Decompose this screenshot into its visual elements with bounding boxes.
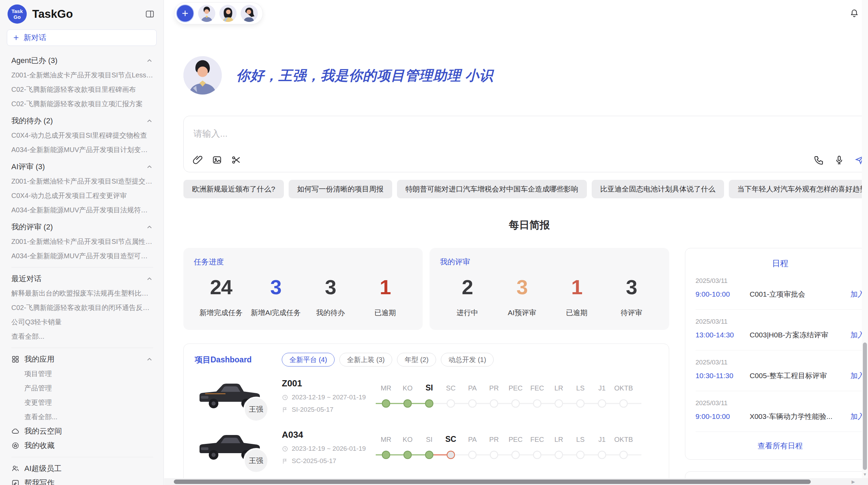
avatar[interactable] [198, 5, 215, 22]
sidebar-section-my-todo[interactable]: 我的待办 (2) [11, 114, 153, 128]
sidebar-help-write[interactable]: 帮我写作 [11, 476, 153, 485]
chevron-up-icon[interactable] [146, 275, 153, 283]
milestone-label-current: SC [445, 435, 456, 444]
add-agent-button[interactable] [176, 4, 194, 22]
sidebar-item[interactable]: Z001-全新燃油轻卡产品开发项目SI节点属性5D文件评审 [11, 237, 153, 246]
horizontal-scrollbar-thumb[interactable] [174, 480, 811, 484]
sidebar-item[interactable]: A034-全新新能源MUV产品开发项目计划变更表编写 [11, 145, 153, 154]
daily-briefing-header: 每日简报 [183, 218, 868, 232]
sidebar-item[interactable]: Z001-全新燃油轻卡产品开发项目SI造型提交物评审 [11, 177, 153, 186]
app-title: TaskGo [32, 8, 73, 21]
suggestion-chip[interactable]: 如何写一份清晰的项目周报 [289, 180, 392, 198]
image-icon[interactable] [212, 155, 222, 165]
sidebar-section-ai-review[interactable]: AI评审 (3) [11, 160, 153, 174]
schedule-event-title: X003-车辆动力学性能验... [750, 412, 846, 421]
card-title: 任务进度 [194, 257, 412, 267]
project-dashboard-card: 项目Dashboard 全新平台 (4) 全新上装 (3) 年型 (2) 动总开… [183, 344, 669, 485]
project-info: A034 2023-12-19 ~ 2026-01-19 SC-2025-05-… [282, 430, 374, 465]
attachment-icon[interactable] [193, 155, 203, 165]
scissors-icon[interactable] [231, 155, 241, 165]
clock-icon [282, 394, 288, 401]
milestone-label: LR [554, 384, 563, 392]
suggestion-chip[interactable]: 欧洲新规最近颁布了什么? [183, 180, 284, 198]
phone-icon[interactable] [813, 155, 824, 165]
section-title: 最近对话 [11, 274, 41, 284]
project-owner-badge: 王强 [243, 448, 269, 473]
chevron-up-icon[interactable] [146, 163, 153, 171]
sidebar-item[interactable]: C02-飞腾新能源轻客改款项目里程碑画布 [11, 85, 136, 94]
sidebar-item[interactable]: Z001-全新燃油皮卡产品开发项目SI节点Lesson Learn报告 [11, 71, 153, 80]
star-badge-icon [11, 442, 20, 450]
schedule-item: 2025/03/11 9:00-10:00 X003-车辆动力学性能验... 加… [696, 391, 865, 432]
sidebar-cloud-space[interactable]: 我的云空间 [11, 424, 153, 438]
app-item-product-mgmt[interactable]: 产品管理 [24, 384, 52, 393]
chevron-up-icon[interactable] [146, 223, 153, 231]
sidebar-collapse-icon[interactable] [145, 9, 155, 19]
sidebar-favorites[interactable]: 我的收藏 [11, 438, 153, 453]
schedule-date: 2025/03/11 [696, 359, 865, 366]
scroll-right-arrow[interactable]: ▶ [852, 479, 855, 484]
app-item-change-mgmt[interactable]: 变更管理 [24, 398, 52, 407]
app-item-project-mgmt[interactable]: 项目管理 [24, 369, 52, 378]
new-chat-button[interactable]: 新对话 [7, 29, 157, 46]
project-milestone-text: SC-2025-05-17 [292, 457, 336, 465]
chevron-up-icon[interactable] [146, 117, 153, 125]
flag-icon [282, 407, 288, 413]
chat-input-card[interactable]: 请输入... [183, 116, 868, 172]
sidebar-section-my-review[interactable]: 我的评审 (2) [11, 220, 153, 234]
project-row-a034[interactable]: 王强 A034 2023-12-19 ~ 2026-01-19 SC-2025-… [195, 430, 658, 469]
avatar[interactable] [219, 5, 237, 22]
apps-grid-icon [11, 355, 20, 363]
vertical-scrollbar[interactable]: ▼ [862, 0, 868, 478]
task-progress-card: 任务进度 24新增完成任务 3新增AI完成任务 3我的待办 1已逾期 [183, 248, 423, 330]
recent-item[interactable]: 解释最新出台的欧盟报废车法规再生塑料比例被调至15%... [11, 289, 153, 298]
tab-new-body[interactable]: 全新上装 (3) [339, 353, 392, 366]
section-title: AI评审 (3) [11, 162, 45, 172]
milestone-label: PA [468, 384, 477, 392]
milestone-rail: MR KO SI SC PA PR PEC FEC LR LS J1 [376, 430, 658, 469]
scroll-down-arrow[interactable]: ▼ [863, 472, 867, 477]
cloud-space-label: 我的云空间 [24, 426, 62, 436]
tab-powertrain[interactable]: 动总开发 (1) [441, 353, 494, 366]
sidebar-item[interactable]: C0X4-动力总成开发项目工程变更评审 [11, 191, 127, 200]
suggestion-chip[interactable]: 特朗普可能对进口汽车增税会对中国车企造成哪些影响 [397, 180, 587, 198]
tab-model-year[interactable]: 年型 (2) [397, 353, 436, 366]
tab-new-platform[interactable]: 全新平台 (4) [282, 353, 335, 366]
card-title: 我的评审 [440, 257, 659, 267]
sidebar-section-recent[interactable]: 最近对话 [11, 272, 153, 286]
sidebar-my-apps[interactable]: 我的应用 [11, 352, 153, 366]
schedule-item: 2025/03/11 10:30-11:30 C005-整车工程目标评审 加入 [696, 350, 865, 391]
stat-value: 24 [194, 275, 249, 299]
plus-icon [13, 34, 20, 41]
view-all-schedule-link[interactable]: 查看所有日程 [696, 441, 865, 451]
greeting-block: 你好，王强，我是你的项目管理助理 小识 [183, 56, 868, 95]
microphone-icon[interactable] [834, 155, 844, 165]
recent-item[interactable]: 公司Q3轻卡销量 [11, 318, 62, 327]
suggestion-chip[interactable]: 当下年轻人对汽车外观有怎样的喜好趋势 [729, 180, 868, 198]
sidebar-item[interactable]: C02-飞腾新能源轻客改款项目立项汇报方案 [11, 99, 143, 109]
chevron-up-icon[interactable] [146, 356, 153, 363]
schedule-event-title: C001-立项审批会 [750, 289, 846, 299]
milestone-label: PEC [508, 436, 522, 443]
sidebar-section-agent-done[interactable]: Agent已办 (3) [11, 53, 153, 68]
sidebar-list: Agent已办 (3) Z001-全新燃油皮卡产品开发项目SI节点Lesson … [0, 49, 164, 485]
sidebar-item[interactable]: A034-全新新能源MUV产品开发项目造型可行性评审 [11, 251, 153, 261]
notification-bell-icon[interactable] [849, 9, 859, 18]
project-info: Z001 2023-12-19 ~ 2027-01-19 SI-2025-05-… [282, 378, 374, 413]
sidebar-ai-super-staff[interactable]: AI超级员工 [11, 461, 153, 476]
milestone-rail-wrap: MR KO SI SC PA PR PEC FEC LR LS J1 [376, 430, 658, 469]
milestone-label: PEC [508, 384, 522, 392]
vertical-scrollbar-thumb[interactable] [863, 343, 867, 470]
apps-view-all[interactable]: 查看全部... [24, 412, 58, 422]
recent-item[interactable]: C02-飞腾新能源轻客改款项目的闭环通告反馈情况 [11, 303, 153, 312]
sidebar-item[interactable]: C0X4-动力总成开发项目SI里程碑提交物检查 [11, 131, 147, 140]
recent-view-all[interactable]: 查看全部... [11, 332, 45, 341]
stat-value: 2 [440, 275, 495, 299]
project-row-z001[interactable]: 王强 Z001 2023-12-19 ~ 2027-01-19 SI-2025-… [195, 378, 658, 418]
chevron-up-icon[interactable] [146, 57, 153, 64]
stat-values: 24新增完成任务 3新增AI完成任务 3我的待办 1已逾期 [194, 275, 412, 318]
sidebar-item[interactable]: A034-全新新能源MUV产品开发项目法规符合性评审 [11, 206, 153, 215]
suggestion-chip[interactable]: 比亚迪全固态电池计划具体说了什么 [592, 180, 724, 198]
avatar[interactable] [241, 5, 258, 22]
horizontal-scrollbar[interactable]: ▶ [164, 478, 868, 485]
